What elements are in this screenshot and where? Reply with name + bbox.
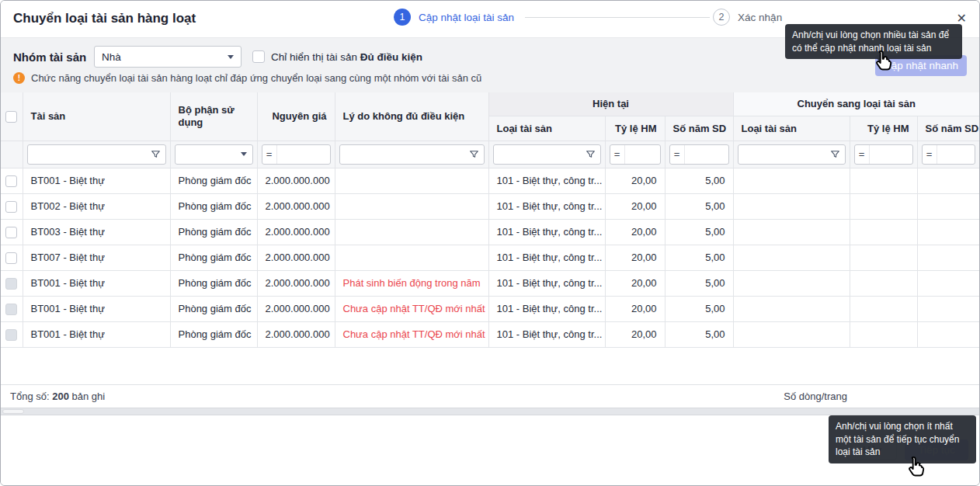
step-connector bbox=[525, 17, 710, 18]
asset-group-label: Nhóm tài sản bbox=[13, 50, 94, 64]
eligible-only-checkbox-group[interactable]: Chỉ hiển thị tài sản Đủ điều kiện bbox=[252, 50, 422, 63]
cell-new-type[interactable] bbox=[733, 193, 850, 219]
filter-department-field[interactable] bbox=[175, 145, 235, 164]
cell-new-years[interactable] bbox=[917, 245, 979, 270]
cell-reason bbox=[335, 219, 488, 245]
filter-current-type[interactable] bbox=[493, 144, 601, 165]
rows-per-page-label: Số dòng/trang bbox=[784, 391, 847, 402]
cell-new-rate[interactable] bbox=[850, 245, 917, 270]
filter-new-rate[interactable]: = bbox=[854, 144, 913, 165]
table-row: BT001 - Biệt thự Phòng giám đốc 2.000.00… bbox=[1, 296, 979, 321]
cell-current-type: 101 - Biệt thự, công tr... bbox=[488, 245, 605, 270]
filter-funnel-icon[interactable] bbox=[465, 149, 484, 159]
cell-department: Phòng giám đốc bbox=[170, 270, 257, 296]
assets-table: Tài sản Bộ phận sử dụng Nguyên giá Lý do… bbox=[1, 92, 979, 348]
group-header-current: Hiện tại bbox=[488, 92, 733, 116]
horizontal-scrollbar[interactable] bbox=[1, 408, 979, 415]
cell-reason bbox=[335, 193, 488, 219]
cell-asset: BT001 - Biệt thự bbox=[23, 168, 170, 193]
eligible-only-label: Chỉ hiển thị tài sản Đủ điều kiện bbox=[271, 51, 422, 63]
col-header-new-rate: Tỷ lệ HM bbox=[850, 116, 917, 141]
scrollbar-thumb[interactable] bbox=[2, 409, 24, 414]
cell-department: Phòng giám đốc bbox=[170, 245, 257, 270]
cell-new-type[interactable] bbox=[733, 245, 850, 270]
cell-current-type: 101 - Biệt thự, công tr... bbox=[488, 270, 605, 296]
cell-asset: BT001 - Biệt thự bbox=[23, 270, 170, 296]
equals-operator-icon[interactable]: = bbox=[670, 145, 685, 164]
filter-reason[interactable] bbox=[339, 144, 485, 165]
cell-current-years: 5,00 bbox=[665, 321, 733, 347]
cell-new-rate bbox=[850, 296, 917, 321]
filter-asset-field[interactable] bbox=[28, 145, 147, 164]
cell-new-rate bbox=[850, 270, 917, 296]
row-checkbox[interactable] bbox=[5, 201, 17, 213]
cell-cost: 2.000.000.000 bbox=[257, 296, 335, 321]
filter-current-years[interactable]: = bbox=[669, 144, 729, 165]
filter-new-type-field[interactable] bbox=[738, 145, 826, 164]
cell-current-years: 5,00 bbox=[665, 270, 733, 296]
summary-bar: Tổng số: 200 bản ghi Số dòng/trang bbox=[1, 384, 979, 408]
cell-current-type: 101 - Biệt thự, công tr... bbox=[488, 296, 605, 321]
filter-reason-field[interactable] bbox=[340, 145, 465, 164]
filter-current-years-field[interactable] bbox=[685, 145, 728, 164]
filter-new-type[interactable] bbox=[738, 144, 846, 165]
col-header-new-type: Loại tài sản bbox=[733, 116, 850, 141]
cell-current-years: 5,00 bbox=[665, 245, 733, 270]
filter-new-rate-field[interactable] bbox=[870, 145, 912, 164]
total-records: Tổng số: 200 bản ghi bbox=[10, 391, 105, 402]
cell-current-rate: 20,00 bbox=[605, 321, 665, 347]
filter-cost[interactable]: = bbox=[262, 144, 331, 165]
step-1-indicator: 1 bbox=[394, 9, 411, 26]
step-1-label: Cập nhật loại tài sản bbox=[419, 12, 514, 23]
col-header-reason: Lý do không đủ điều kiện bbox=[335, 92, 488, 141]
filter-current-type-field[interactable] bbox=[494, 145, 582, 164]
tooltip-arrow bbox=[912, 463, 922, 468]
equals-operator-icon[interactable]: = bbox=[855, 145, 870, 164]
filter-department[interactable] bbox=[175, 144, 253, 165]
filter-cost-field[interactable] bbox=[277, 145, 330, 164]
row-checkbox[interactable] bbox=[5, 175, 17, 187]
cell-new-years bbox=[917, 296, 979, 321]
cell-new-type[interactable] bbox=[733, 168, 850, 193]
cell-new-rate[interactable] bbox=[850, 193, 917, 219]
cell-asset: BT002 - Biệt thự bbox=[23, 193, 170, 219]
filter-new-years[interactable]: = bbox=[922, 144, 976, 165]
cell-new-type[interactable] bbox=[733, 219, 850, 245]
select-all-checkbox[interactable] bbox=[5, 111, 17, 123]
cell-new-years[interactable] bbox=[917, 168, 979, 193]
table-row: BT007 - Biệt thự Phòng giám đốc 2.000.00… bbox=[1, 245, 979, 270]
chevron-down-icon bbox=[228, 55, 234, 59]
filter-new-years-field[interactable] bbox=[937, 145, 975, 164]
cell-current-years: 5,00 bbox=[665, 219, 733, 245]
row-checkbox[interactable] bbox=[5, 227, 17, 238]
filter-funnel-icon[interactable] bbox=[582, 149, 600, 159]
filter-asset[interactable] bbox=[27, 144, 166, 165]
cell-current-type: 101 - Biệt thự, công tr... bbox=[488, 219, 605, 245]
equals-operator-icon[interactable]: = bbox=[610, 145, 625, 164]
filter-funnel-icon[interactable] bbox=[826, 149, 845, 159]
cell-new-years[interactable] bbox=[917, 193, 979, 219]
cell-reason bbox=[335, 168, 488, 193]
cell-new-rate[interactable] bbox=[850, 219, 917, 245]
filter-current-rate-field[interactable] bbox=[625, 145, 660, 164]
cell-new-type bbox=[733, 270, 850, 296]
cell-department: Phòng giám đốc bbox=[170, 219, 257, 245]
col-header-current-years: Số năm SD bbox=[665, 116, 733, 141]
eligible-only-checkbox[interactable] bbox=[252, 50, 265, 63]
cell-new-type bbox=[733, 321, 850, 347]
filter-funnel-icon[interactable] bbox=[147, 149, 165, 159]
chevron-down-icon[interactable] bbox=[235, 152, 252, 156]
asset-group-select[interactable]: Nhà bbox=[94, 46, 242, 68]
cell-reason: Phát sinh biến động trong năm bbox=[335, 270, 488, 296]
continue-tooltip: Anh/chị vui lòng chọn ít nhất một tài sả… bbox=[829, 415, 976, 463]
cell-current-rate: 20,00 bbox=[605, 168, 665, 193]
cell-new-years[interactable] bbox=[917, 219, 979, 245]
cell-cost: 2.000.000.000 bbox=[257, 219, 335, 245]
equals-operator-icon[interactable]: = bbox=[923, 145, 937, 164]
row-checkbox[interactable] bbox=[5, 252, 17, 264]
cell-current-type: 101 - Biệt thự, công tr... bbox=[488, 321, 605, 347]
cell-current-rate: 20,00 bbox=[605, 193, 665, 219]
cell-new-rate[interactable] bbox=[850, 168, 917, 193]
equals-operator-icon[interactable]: = bbox=[262, 145, 277, 164]
filter-current-rate[interactable]: = bbox=[610, 144, 661, 165]
